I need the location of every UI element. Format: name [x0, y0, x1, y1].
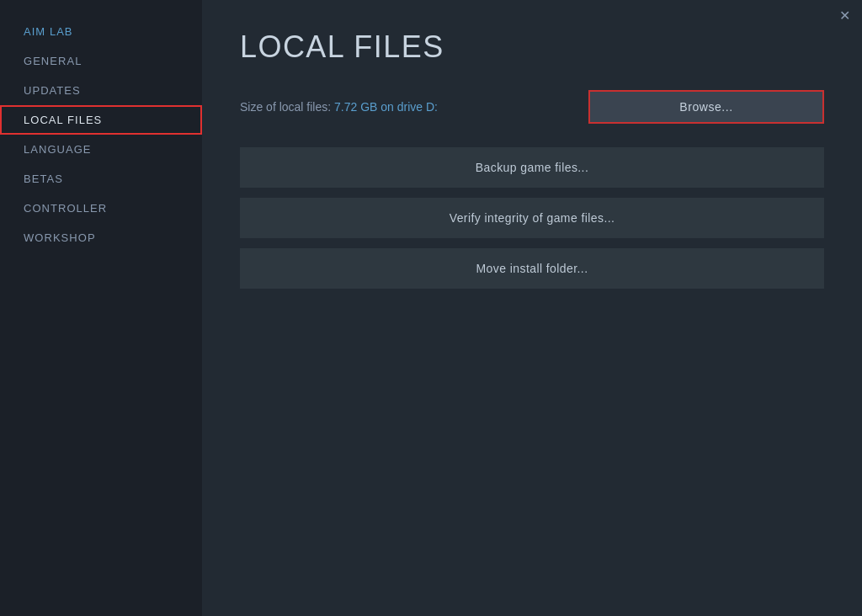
action-button-backup[interactable]: Backup game files... [240, 147, 824, 188]
browse-button[interactable]: Browse... [588, 90, 824, 124]
file-size-value: 7.72 GB on drive D: [334, 100, 438, 114]
action-buttons: Backup game files...Verify integrity of … [240, 147, 824, 289]
file-info-row: Size of local files: 7.72 GB on drive D:… [240, 90, 824, 124]
app-window: ✕ AIM LABGENERALUPDATESLOCAL FILESLANGUA… [0, 0, 862, 616]
title-bar: ✕ [827, 0, 862, 32]
sidebar-item-language[interactable]: LANGUAGE [0, 135, 202, 164]
main-panel: LOCAL FILES Size of local files: 7.72 GB… [202, 0, 862, 616]
sidebar-item-aim-lab[interactable]: AIM LAB [0, 17, 202, 46]
file-size-label-text: Size of local files: [240, 100, 331, 114]
sidebar-item-workshop[interactable]: WORKSHOP [0, 223, 202, 252]
close-button[interactable]: ✕ [839, 9, 850, 23]
sidebar-item-general[interactable]: GENERAL [0, 46, 202, 76]
sidebar-item-local-files[interactable]: LOCAL FILES [0, 105, 202, 135]
action-button-verify[interactable]: Verify integrity of game files... [240, 198, 824, 238]
sidebar: AIM LABGENERALUPDATESLOCAL FILESLANGUAGE… [0, 0, 202, 616]
page-title: LOCAL FILES [240, 29, 824, 65]
file-size-label: Size of local files: 7.72 GB on drive D: [240, 100, 438, 114]
action-button-move[interactable]: Move install folder... [240, 248, 824, 289]
sidebar-item-betas[interactable]: BETAS [0, 164, 202, 194]
sidebar-item-updates[interactable]: UPDATES [0, 76, 202, 105]
main-content: AIM LABGENERALUPDATESLOCAL FILESLANGUAGE… [0, 0, 862, 616]
sidebar-item-controller[interactable]: CONTROLLER [0, 194, 202, 223]
